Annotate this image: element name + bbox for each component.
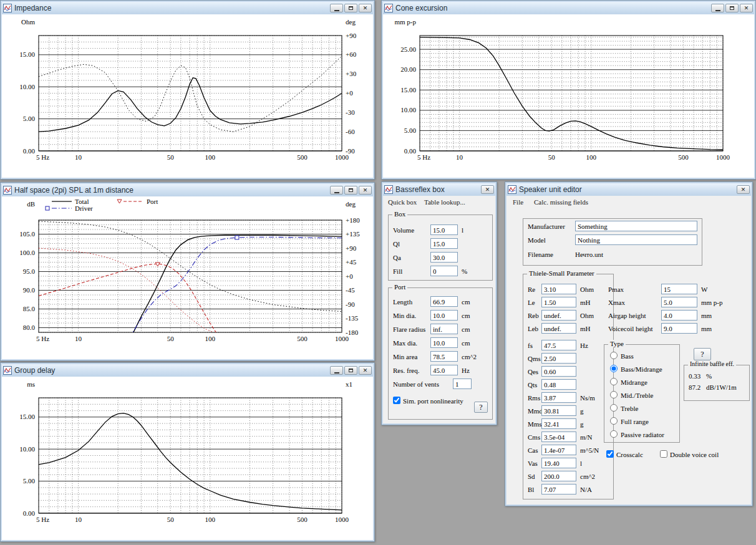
volume-input[interactable] [430, 224, 458, 235]
minimize-button[interactable] [330, 186, 343, 195]
le-input[interactable] [541, 297, 576, 307]
qts-input[interactable] [541, 379, 576, 390]
cms-input[interactable] [541, 432, 576, 442]
reb-input[interactable] [541, 310, 576, 321]
sim-port-nonlinearity-checkbox[interactable] [393, 397, 400, 404]
close-button[interactable]: ✕ [481, 185, 494, 194]
app-icon [3, 4, 12, 12]
field-label: Number of vents [393, 380, 439, 388]
editor-help-button[interactable]: ? [694, 348, 711, 360]
airgap-height-input[interactable] [661, 310, 697, 321]
ql-input[interactable] [430, 238, 458, 249]
titlebar-cone-excursion[interactable]: Cone excursion ✕ [383, 2, 754, 14]
titlebar-spl[interactable]: Half space (2pi) SPL at 1m distance ✕ [2, 184, 373, 196]
double-voice-coil-checkbox[interactable] [660, 450, 667, 458]
checkbox-label: Double voice coil [670, 451, 719, 458]
maximize-button[interactable] [344, 4, 357, 12]
window-title: Group delay [14, 366, 327, 375]
model-input[interactable] [575, 234, 697, 245]
titlebar-speaker-editor[interactable]: Speaker unit editor ✕ [506, 183, 751, 196]
rms-input[interactable] [541, 392, 576, 403]
max-dia-input[interactable] [430, 337, 458, 348]
type-radio-mid-treble[interactable] [610, 391, 618, 398]
cas-input[interactable] [541, 445, 576, 455]
minimize-button[interactable] [330, 4, 343, 12]
min-area-input[interactable] [430, 351, 458, 362]
titlebar-impedance[interactable]: Impedance ✕ [2, 2, 373, 14]
svg-text:mm p-p: mm p-p [394, 18, 416, 26]
svg-text:+0: +0 [346, 272, 353, 280]
field-label: Ql [393, 240, 400, 248]
minimize-icon [334, 372, 339, 374]
mdi-workspace: Impedance ✕ 0.005.0010.0015.00-90-60-30+… [0, 0, 756, 545]
flare-radius-input[interactable] [430, 324, 458, 334]
qms-input[interactable] [541, 353, 576, 364]
svg-text:Ohm: Ohm [21, 18, 35, 26]
svg-text:5 Hz: 5 Hz [36, 335, 49, 342]
fs-input[interactable] [541, 340, 576, 350]
svg-text:10: 10 [456, 153, 463, 161]
menu-table-lookup[interactable]: Table lookup... [424, 198, 465, 206]
menu-calc-missing-fields[interactable]: Calc. missing fields [534, 198, 588, 206]
field-unit: cm [462, 326, 470, 333]
close-button[interactable]: ✕ [359, 366, 372, 375]
xmax-input[interactable] [661, 297, 697, 307]
number-of-vents-input[interactable] [453, 379, 472, 389]
type-radio-bass[interactable] [610, 352, 618, 359]
manufacturer-input[interactable] [575, 221, 697, 231]
type-radio-bass-midrange[interactable] [610, 365, 618, 372]
fill-input[interactable] [430, 266, 458, 276]
mms-input[interactable] [541, 418, 576, 429]
svg-text:10.00: 10.00 [19, 445, 35, 453]
svg-text:1000: 1000 [335, 516, 349, 523]
maximize-button[interactable] [344, 366, 357, 375]
titlebar-bassreflex[interactable]: Bassreflex box ✕ [383, 183, 495, 196]
res-freq-input[interactable] [430, 365, 458, 375]
maximize-button[interactable] [344, 186, 357, 195]
voicecoil-height-input[interactable] [661, 323, 697, 334]
cone-excursion-chart: 0.005.0010.0015.0020.0025.005 Hz10501005… [383, 14, 754, 178]
menu-file[interactable]: File [513, 198, 523, 206]
type-radio-treble[interactable] [610, 404, 618, 412]
maximize-button[interactable] [725, 4, 739, 12]
field-label: Qa [393, 254, 401, 261]
mmd-input[interactable] [541, 405, 576, 416]
close-button[interactable]: ✕ [740, 4, 753, 12]
minimize-button[interactable] [711, 4, 724, 12]
close-button[interactable]: ✕ [737, 185, 750, 194]
svg-text:5 Hz: 5 Hz [36, 516, 49, 523]
type-group-legend: Type [608, 340, 626, 347]
close-icon: ✕ [744, 6, 749, 11]
radio-label: Bass/Midrange [621, 365, 662, 373]
maximize-icon [349, 369, 353, 372]
type-radio-passive-radiator[interactable] [610, 430, 618, 438]
minimize-button[interactable] [330, 366, 343, 375]
field-label: Rms [528, 394, 540, 402]
field-unit: mm [701, 312, 712, 319]
type-radio-full-range[interactable] [610, 417, 618, 425]
leb-input[interactable] [541, 323, 576, 334]
sd-input[interactable] [541, 471, 576, 481]
maximize-icon [730, 6, 734, 10]
crosscalc-checkbox[interactable] [606, 450, 614, 458]
field-unit: Hz [462, 367, 470, 374]
svg-text:1000: 1000 [335, 153, 349, 161]
bl-input[interactable] [541, 484, 576, 494]
close-button[interactable]: ✕ [359, 186, 372, 195]
port-help-button[interactable]: ? [474, 402, 488, 413]
qes-input[interactable] [541, 366, 576, 377]
pmax-input[interactable] [661, 284, 697, 294]
close-icon: ✕ [741, 187, 746, 193]
svg-text:15.00: 15.00 [400, 86, 416, 94]
menu-quick-box[interactable]: Quick box [388, 198, 417, 206]
length-input[interactable] [430, 296, 458, 307]
titlebar-group-delay[interactable]: Group delay ✕ [2, 364, 373, 377]
close-button[interactable]: ✕ [359, 4, 372, 12]
vas-input[interactable] [541, 458, 576, 468]
minimize-icon [334, 192, 339, 193]
type-radio-midrange[interactable] [610, 378, 618, 385]
qa-input[interactable] [430, 252, 458, 263]
min-dia-input[interactable] [430, 310, 458, 321]
re-input[interactable] [541, 284, 576, 294]
svg-text:10: 10 [75, 335, 82, 342]
